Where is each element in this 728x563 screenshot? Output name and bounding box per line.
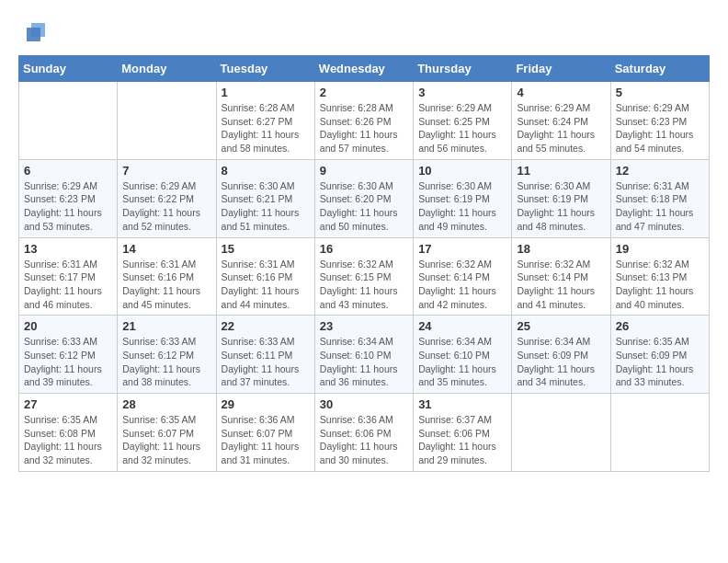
day-cell (512, 394, 610, 472)
day-info: Sunrise: 6:29 AM Sunset: 6:23 PM Dayligh… (616, 101, 704, 155)
day-number: 12 (616, 164, 704, 178)
day-cell: 23Sunrise: 6:34 AM Sunset: 6:10 PM Dayli… (314, 316, 413, 394)
day-number: 1 (222, 86, 310, 99)
day-info: Sunrise: 6:30 AM Sunset: 6:19 PM Dayligh… (418, 179, 506, 234)
day-info: Sunrise: 6:33 AM Sunset: 6:11 PM Dayligh… (222, 335, 310, 389)
day-number: 20 (24, 319, 112, 333)
header-cell-thursday: Thursday (414, 56, 512, 82)
page-header (18, 18, 710, 46)
logo (18, 18, 50, 46)
day-number: 26 (616, 319, 704, 333)
day-number: 10 (418, 164, 506, 178)
day-cell: 12Sunrise: 6:31 AM Sunset: 6:18 PM Dayli… (610, 159, 709, 237)
day-cell: 5Sunrise: 6:29 AM Sunset: 6:23 PM Daylig… (610, 82, 709, 160)
day-cell: 24Sunrise: 6:34 AM Sunset: 6:10 PM Dayli… (414, 316, 512, 394)
header-cell-sunday: Sunday (19, 56, 118, 82)
day-number: 2 (320, 86, 408, 99)
day-cell: 31Sunrise: 6:37 AM Sunset: 6:06 PM Dayli… (414, 394, 512, 472)
day-number: 22 (222, 319, 310, 333)
header-cell-saturday: Saturday (610, 56, 709, 82)
day-number: 9 (320, 164, 408, 178)
day-cell: 14Sunrise: 6:31 AM Sunset: 6:16 PM Dayli… (118, 237, 216, 316)
day-info: Sunrise: 6:29 AM Sunset: 6:22 PM Dayligh… (122, 179, 210, 234)
day-info: Sunrise: 6:29 AM Sunset: 6:23 PM Dayligh… (24, 179, 112, 234)
day-info: Sunrise: 6:34 AM Sunset: 6:10 PM Dayligh… (320, 335, 408, 389)
day-info: Sunrise: 6:36 AM Sunset: 6:07 PM Dayligh… (222, 413, 310, 467)
day-cell: 26Sunrise: 6:35 AM Sunset: 6:09 PM Dayli… (610, 316, 709, 394)
week-row-4: 20Sunrise: 6:33 AM Sunset: 6:12 PM Dayli… (19, 316, 710, 394)
day-number: 16 (320, 242, 408, 256)
day-info: Sunrise: 6:31 AM Sunset: 6:17 PM Dayligh… (24, 258, 112, 312)
day-cell: 22Sunrise: 6:33 AM Sunset: 6:11 PM Dayli… (216, 316, 314, 394)
day-info: Sunrise: 6:31 AM Sunset: 6:16 PM Dayligh… (122, 258, 210, 312)
day-cell: 10Sunrise: 6:30 AM Sunset: 6:19 PM Dayli… (414, 159, 512, 237)
header-cell-monday: Monday (118, 56, 216, 82)
day-cell: 3Sunrise: 6:29 AM Sunset: 6:25 PM Daylig… (414, 82, 512, 160)
day-number: 27 (24, 397, 112, 411)
week-row-5: 27Sunrise: 6:35 AM Sunset: 6:08 PM Dayli… (19, 394, 710, 472)
day-number: 25 (517, 319, 605, 333)
day-number: 30 (320, 397, 408, 411)
day-cell: 1Sunrise: 6:28 AM Sunset: 6:27 PM Daylig… (216, 82, 314, 160)
day-cell (19, 82, 118, 160)
day-cell: 6Sunrise: 6:29 AM Sunset: 6:23 PM Daylig… (19, 159, 118, 237)
day-number: 17 (418, 242, 506, 256)
day-number: 18 (517, 242, 605, 256)
day-cell: 25Sunrise: 6:34 AM Sunset: 6:09 PM Dayli… (512, 316, 610, 394)
day-info: Sunrise: 6:30 AM Sunset: 6:19 PM Dayligh… (517, 179, 605, 234)
day-number: 13 (24, 242, 112, 256)
day-cell: 21Sunrise: 6:33 AM Sunset: 6:12 PM Dayli… (118, 316, 216, 394)
day-info: Sunrise: 6:36 AM Sunset: 6:06 PM Dayligh… (320, 413, 408, 467)
day-number: 19 (616, 242, 704, 256)
day-info: Sunrise: 6:29 AM Sunset: 6:25 PM Dayligh… (418, 101, 506, 155)
day-info: Sunrise: 6:37 AM Sunset: 6:06 PM Dayligh… (418, 413, 506, 467)
day-number: 8 (222, 164, 310, 178)
day-number: 31 (418, 397, 506, 411)
day-info: Sunrise: 6:31 AM Sunset: 6:16 PM Dayligh… (222, 258, 310, 312)
day-cell: 19Sunrise: 6:32 AM Sunset: 6:13 PM Dayli… (610, 237, 709, 316)
day-number: 28 (122, 397, 210, 411)
day-cell: 4Sunrise: 6:29 AM Sunset: 6:24 PM Daylig… (512, 82, 610, 160)
day-cell: 27Sunrise: 6:35 AM Sunset: 6:08 PM Dayli… (19, 394, 118, 472)
header-row: SundayMondayTuesdayWednesdayThursdayFrid… (19, 56, 710, 82)
day-cell: 28Sunrise: 6:35 AM Sunset: 6:07 PM Dayli… (118, 394, 216, 472)
day-info: Sunrise: 6:32 AM Sunset: 6:14 PM Dayligh… (517, 258, 605, 312)
day-cell: 18Sunrise: 6:32 AM Sunset: 6:14 PM Dayli… (512, 237, 610, 316)
day-cell (118, 82, 216, 160)
header-cell-friday: Friday (512, 56, 610, 82)
day-info: Sunrise: 6:35 AM Sunset: 6:09 PM Dayligh… (616, 335, 704, 389)
day-cell: 13Sunrise: 6:31 AM Sunset: 6:17 PM Dayli… (19, 237, 118, 316)
calendar-table: SundayMondayTuesdayWednesdayThursdayFrid… (18, 55, 710, 472)
day-info: Sunrise: 6:32 AM Sunset: 6:15 PM Dayligh… (320, 258, 408, 312)
day-info: Sunrise: 6:30 AM Sunset: 6:21 PM Dayligh… (222, 179, 310, 234)
day-number: 4 (517, 86, 605, 99)
day-number: 3 (418, 86, 506, 99)
day-cell: 30Sunrise: 6:36 AM Sunset: 6:06 PM Dayli… (314, 394, 413, 472)
day-info: Sunrise: 6:35 AM Sunset: 6:08 PM Dayligh… (24, 413, 112, 467)
day-info: Sunrise: 6:35 AM Sunset: 6:07 PM Dayligh… (122, 413, 210, 467)
day-number: 7 (122, 164, 210, 178)
day-cell: 2Sunrise: 6:28 AM Sunset: 6:26 PM Daylig… (314, 82, 413, 160)
day-cell: 7Sunrise: 6:29 AM Sunset: 6:22 PM Daylig… (118, 159, 216, 237)
day-info: Sunrise: 6:33 AM Sunset: 6:12 PM Dayligh… (24, 335, 112, 389)
day-number: 6 (24, 164, 112, 178)
day-number: 21 (122, 319, 210, 333)
logo-icon (22, 18, 50, 46)
day-cell: 15Sunrise: 6:31 AM Sunset: 6:16 PM Dayli… (216, 237, 314, 316)
day-info: Sunrise: 6:34 AM Sunset: 6:10 PM Dayligh… (418, 335, 506, 389)
day-info: Sunrise: 6:34 AM Sunset: 6:09 PM Dayligh… (517, 335, 605, 389)
day-cell: 9Sunrise: 6:30 AM Sunset: 6:20 PM Daylig… (314, 159, 413, 237)
day-cell: 20Sunrise: 6:33 AM Sunset: 6:12 PM Dayli… (19, 316, 118, 394)
day-number: 29 (222, 397, 310, 411)
day-number: 5 (616, 86, 704, 99)
week-row-3: 13Sunrise: 6:31 AM Sunset: 6:17 PM Dayli… (19, 237, 710, 316)
svg-marker-1 (27, 28, 40, 41)
day-cell: 8Sunrise: 6:30 AM Sunset: 6:21 PM Daylig… (216, 159, 314, 237)
day-info: Sunrise: 6:30 AM Sunset: 6:20 PM Dayligh… (320, 179, 408, 234)
day-info: Sunrise: 6:32 AM Sunset: 6:13 PM Dayligh… (616, 258, 704, 312)
day-number: 24 (418, 319, 506, 333)
day-info: Sunrise: 6:32 AM Sunset: 6:14 PM Dayligh… (418, 258, 506, 312)
day-number: 15 (222, 242, 310, 256)
header-cell-tuesday: Tuesday (216, 56, 314, 82)
day-number: 14 (122, 242, 210, 256)
